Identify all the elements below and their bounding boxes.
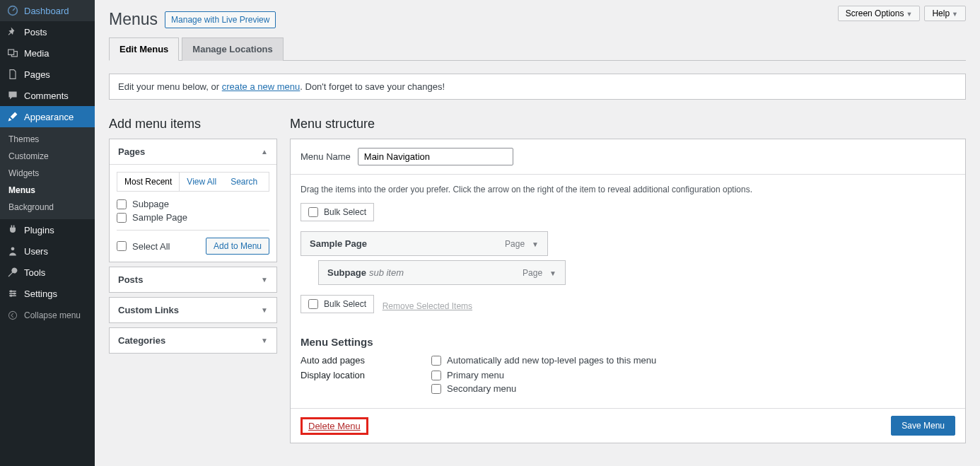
screen-options-button[interactable]: Screen Options▼ [838,6,921,21]
sidebar-item-settings[interactable]: Settings [0,283,95,304]
sidebar-item-dashboard[interactable]: Dashboard [0,0,95,21]
accordion-posts: Posts ▼ [109,267,277,293]
pages-inner-tabs: Most Recent View All Search [117,172,269,192]
accordion-custom-label: Custom Links [118,305,179,315]
accordion-categories-label: Categories [118,335,165,346]
sidebar-item-users[interactable]: Users [0,240,95,262]
delete-highlight: Delete Menu [301,417,368,435]
chevron-down-icon: ▼ [532,240,539,248]
create-menu-link[interactable]: create a new menu [222,81,301,92]
sidebar-label: Media [24,48,49,59]
sidebar-item-posts[interactable]: Posts [0,21,95,42]
menu-item-type: Page [523,268,542,278]
title-text: Menus [109,10,158,29]
chevron-down-icon: ▼ [549,269,556,277]
primary-checkbox[interactable] [431,371,441,380]
notice-text-after: . Don't forget to save your changes! [300,81,445,92]
bulk-select-top[interactable]: Bulk Select [301,203,374,221]
menu-item-title: Subpage [327,267,366,278]
location-secondary[interactable]: Secondary menu [431,383,516,394]
sidebar-item-appearance[interactable]: Appearance [0,106,95,127]
admin-sidebar: Dashboard Posts Media Pages Comments App… [0,0,95,466]
select-all-checkbox[interactable] [117,241,127,251]
bulk-checkbox-top[interactable] [308,207,318,217]
setting-label: Auto add pages [301,355,431,366]
add-to-menu-button[interactable]: Add to Menu [206,238,269,255]
menu-item-sample-page[interactable]: Sample Page Page▼ [301,231,548,256]
sidebar-label: Users [24,246,48,257]
secondary-checkbox[interactable] [431,384,441,394]
sidebar-item-pages[interactable]: Pages [0,64,95,85]
menu-header: Menu Name [291,139,965,175]
auto-add-checkbox[interactable] [431,356,441,366]
edit-notice: Edit your menu below, or create a new me… [109,74,966,100]
accordion-posts-header[interactable]: Posts ▼ [110,267,276,292]
screen-options-label: Screen Options [846,8,904,18]
chevron-down-icon: ▼ [261,276,268,284]
accordion-categories-header[interactable]: Categories ▼ [110,328,276,353]
select-all-row[interactable]: Select All [117,241,170,252]
tab-edit-menus[interactable]: Edit Menus [109,37,179,61]
sidebar-item-comments[interactable]: Comments [0,85,95,106]
tab-search[interactable]: Search [223,173,264,191]
chevron-up-icon: ▲ [261,148,268,156]
menu-name-label: Menu Name [301,151,351,162]
page-option-label: Subpage [132,199,169,209]
settings-icon [7,288,18,299]
chevron-down-icon: ▼ [261,337,268,344]
page-checkbox-subpage[interactable] [117,199,127,209]
accordion-categories: Categories ▼ [109,327,277,354]
save-menu-button[interactable]: Save Menu [891,416,955,436]
tab-view-all[interactable]: View All [180,173,223,191]
remove-selected-link[interactable]: Remove Selected Items [383,301,472,311]
menu-name-input[interactable] [358,148,513,165]
menu-panel: Menu Name Drag the items into the order … [290,139,966,443]
delete-menu-link[interactable]: Delete Menu [304,418,365,434]
menu-item-type: Page [505,239,525,249]
sidebar-label: Tools [24,267,45,278]
sidebar-label: Dashboard [24,6,69,16]
sub-background[interactable]: Background [0,199,95,216]
location-primary[interactable]: Primary menu [431,370,516,380]
sub-customize[interactable]: Customize [0,148,95,165]
sidebar-label: Appearance [24,112,74,122]
dashboard-icon [7,5,18,16]
svg-point-1 [11,247,15,250]
help-label: Help [932,8,950,18]
sub-widgets[interactable]: Widgets [0,165,95,182]
plugin-icon [7,224,18,235]
accordion-custom-header[interactable]: Custom Links ▼ [110,298,276,322]
tab-manage-locations[interactable]: Manage Locations [182,37,283,61]
sidebar-item-media[interactable]: Media [0,42,95,64]
setting-display-location: Display location Primary menu Secondary … [301,370,955,394]
auto-add-option[interactable]: Automatically add new top-level pages to… [431,355,656,366]
accordion-pages-header[interactable]: Pages ▲ [110,139,276,164]
sub-menus[interactable]: Menus [0,182,95,199]
bulk-checkbox-bottom[interactable] [308,299,318,309]
menu-settings-heading: Menu Settings [301,336,955,348]
users-icon [7,245,18,257]
svg-point-8 [8,311,16,319]
drag-hint: Drag the items into the order you prefer… [301,185,955,194]
sub-themes[interactable]: Themes [0,131,95,148]
page-checkbox-sample[interactable] [117,213,127,223]
accordion-posts-label: Posts [118,274,143,285]
sidebar-item-plugins[interactable]: Plugins [0,219,95,240]
brush-icon [7,111,18,122]
help-button[interactable]: Help▼ [924,6,966,21]
bulk-select-bottom[interactable]: Bulk Select [301,295,374,313]
svg-point-5 [10,290,12,292]
comments-icon [7,90,18,101]
location-label: Primary menu [447,370,504,380]
sidebar-label: Plugins [24,225,54,235]
page-option-row: Sample Page [117,212,269,223]
collapse-menu[interactable]: Collapse menu [0,304,95,327]
menu-item-subpage[interactable]: Subpagesub item Page▼ [318,260,566,285]
add-menu-items-column: Add menu items Pages ▲ Most Recent View … [109,112,277,443]
sidebar-submenu: Themes Customize Widgets Menus Backgroun… [0,127,95,219]
svg-point-6 [13,292,16,294]
live-preview-button[interactable]: Manage with Live Preview [165,11,276,28]
tab-most-recent[interactable]: Most Recent [117,173,180,191]
menu-structure-column: Menu structure Menu Name Drag the items … [290,112,966,443]
sidebar-item-tools[interactable]: Tools [0,262,95,283]
